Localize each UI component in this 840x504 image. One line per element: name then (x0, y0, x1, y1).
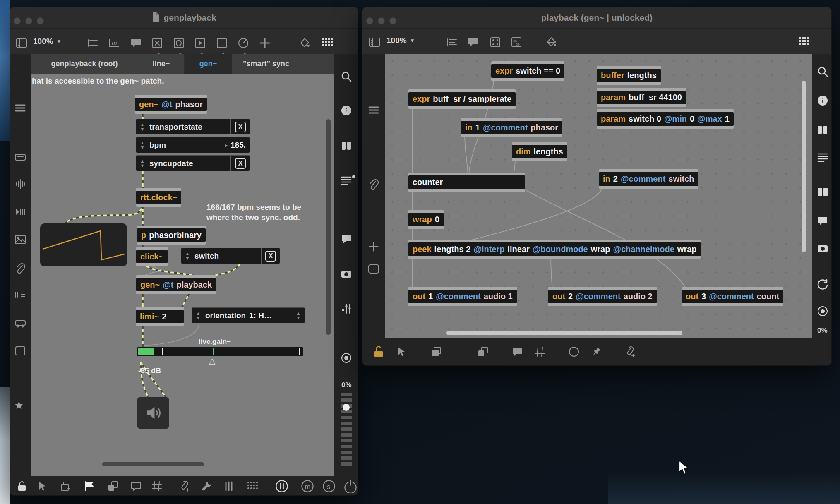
object-param-switch[interactable]: param switch 0 @min 0 @max 1 (597, 112, 734, 126)
gen-patcher-canvas[interactable]: expr switch == 0 buffer lengths expr buf… (385, 54, 812, 338)
horizontal-scrollbar[interactable] (102, 462, 204, 466)
search-icon[interactable] (816, 66, 829, 78)
record-icon[interactable] (816, 305, 829, 317)
new-playbar-icon[interactable] (194, 37, 206, 49)
stepper-arrows-icon[interactable]: ▲▼ (136, 141, 149, 149)
gain-pointer-triangle[interactable]: △ (209, 357, 215, 365)
attrui-transportstate[interactable]: ▲▼ transportstate X (136, 119, 250, 134)
layers-icon[interactable] (430, 346, 442, 358)
comment-icon[interactable] (511, 346, 523, 358)
object-click[interactable]: click~ (136, 250, 168, 263)
menu-icon[interactable] (14, 102, 26, 114)
object-peek[interactable]: peek lengths 2 @interp linear @boundmode… (408, 242, 701, 256)
attachment-icon[interactable] (14, 262, 26, 275)
chat-bubble-icon[interactable] (816, 215, 829, 227)
sidebar-toggle-icon[interactable] (15, 37, 28, 49)
camera-icon[interactable] (816, 242, 829, 254)
sliders-icon[interactable] (340, 302, 353, 315)
vertical-scrollbar[interactable] (802, 81, 806, 252)
select-arrow-icon[interactable] (396, 346, 408, 358)
object-expr-switch[interactable]: expr switch == 0 (491, 64, 564, 78)
chat-bubble-icon[interactable] (340, 233, 353, 245)
paint-bucket-icon[interactable] (299, 37, 311, 49)
new-comment-icon[interactable] (130, 37, 142, 49)
object-param-buffsr[interactable]: param buff_sr 44100 (597, 91, 686, 104)
panes-icon[interactable] (340, 139, 353, 152)
panes-icon[interactable] (816, 124, 829, 136)
object-limi[interactable]: limi~ 2 (136, 310, 184, 323)
object-counter[interactable]: counter (408, 175, 525, 189)
bring-forward-icon[interactable] (107, 480, 119, 492)
sequencer-icon[interactable] (14, 206, 26, 218)
object-wrap0[interactable]: wrap 0 (408, 213, 444, 226)
object-in1[interactable]: in 1 @comment phasor (461, 121, 562, 134)
pin-icon[interactable] (590, 346, 602, 358)
ableton-live-icon[interactable] (14, 288, 26, 301)
attrui-bpm[interactable]: ▲▼ bpm ▸185. (136, 137, 250, 153)
patcher-canvas[interactable]: hat is accessible to the gen~ patch. gen… (31, 74, 334, 476)
stepper-arrows-icon[interactable]: ▲▼ (136, 159, 149, 168)
new-message-icon[interactable]: m (108, 37, 120, 49)
vertical-scrollbar[interactable] (326, 119, 331, 335)
object-expr-buffsr[interactable]: expr buff_sr / samplerate (408, 92, 516, 106)
object-out2[interactable]: out 2 @comment audio 2 (548, 290, 657, 303)
grid-snap-icon[interactable] (151, 480, 163, 492)
add-icon[interactable] (367, 240, 380, 253)
circle-icon[interactable] (568, 346, 580, 358)
titlebar[interactable]: genplayback (10, 7, 358, 29)
layers-icon[interactable] (60, 480, 72, 492)
search-icon[interactable] (340, 71, 353, 83)
object-buffer-lengths[interactable]: buffer lengths (597, 69, 661, 82)
paint-bucket-icon[interactable] (545, 36, 558, 48)
stepper-arrows-icon[interactable]: ▲▼ (192, 311, 204, 320)
dice-icon[interactable] (489, 36, 502, 48)
new-comment-icon[interactable] (467, 36, 480, 48)
window-icon[interactable] (14, 345, 26, 357)
favorites-star-icon[interactable]: ★ (14, 399, 26, 411)
attachment-icon[interactable] (367, 178, 380, 191)
attrui-orientation[interactable]: ▲▼ orientation 1: H… ▲▼ (192, 307, 305, 323)
select-arrow-icon[interactable] (36, 480, 49, 492)
menu-icon[interactable] (367, 104, 380, 116)
info-icon[interactable]: i (816, 94, 829, 107)
stepper-arrows-icon[interactable]: ▲▼ (136, 122, 149, 131)
window-genplayback[interactable]: genplayback 100%▼ m ▼ ▼ (10, 7, 358, 496)
pause-circle-icon[interactable] (275, 479, 289, 493)
hardware-icon[interactable] (14, 317, 26, 329)
tab-genplayback-root[interactable]: genplayback (root) (31, 54, 138, 74)
stepper-arrows-icon[interactable]: ▲▼ (292, 311, 305, 320)
lock-icon[interactable] (16, 480, 28, 492)
meter-knob[interactable] (343, 404, 350, 411)
object-dim-lengths[interactable]: dim lengths (512, 145, 567, 158)
info-icon[interactable]: i (340, 104, 353, 117)
attrui-syncupdate[interactable]: ▲▼ syncupdate X (136, 155, 250, 171)
comment-icon[interactable] (130, 480, 142, 492)
list-icon[interactable] (816, 151, 829, 163)
new-object-icon[interactable] (86, 37, 99, 49)
object-rtt-clock[interactable]: rtt.clock~ (136, 191, 181, 204)
horizontal-scrollbar[interactable] (446, 331, 682, 335)
unlock-icon[interactable] (372, 345, 386, 359)
new-toggle-icon[interactable] (151, 37, 163, 49)
checkbox-x-icon[interactable]: X (235, 122, 246, 132)
record-icon[interactable] (340, 352, 353, 364)
image-icon[interactable] (14, 233, 26, 246)
attach-plus-icon[interactable] (178, 480, 190, 492)
tab-smart-sync[interactable]: "smart" sync (232, 54, 300, 74)
zoom-level-dropdown[interactable]: 100%▼ (386, 36, 415, 45)
object-gen-phasor[interactable]: gen~ @t phasor (135, 98, 207, 111)
zoom-level-dropdown[interactable]: 100%▼ (33, 37, 62, 46)
audio-meter-icon[interactable] (14, 178, 26, 190)
tab-line[interactable]: line~ (138, 54, 185, 74)
power-circle-icon[interactable] (343, 479, 358, 493)
list-icon[interactable] (340, 174, 353, 187)
new-metro-icon[interactable] (237, 37, 250, 49)
grid-snap-icon[interactable] (534, 346, 546, 358)
mixer-bars-icon[interactable] (223, 480, 235, 492)
new-object-icon[interactable] (446, 36, 458, 48)
new-flonum-icon[interactable] (216, 37, 228, 49)
matrix-icon[interactable] (246, 480, 258, 492)
tools-wrench-icon[interactable] (200, 480, 213, 492)
presentation-flag-icon[interactable] (83, 480, 96, 492)
codebox-icon[interactable]: code (510, 36, 523, 48)
